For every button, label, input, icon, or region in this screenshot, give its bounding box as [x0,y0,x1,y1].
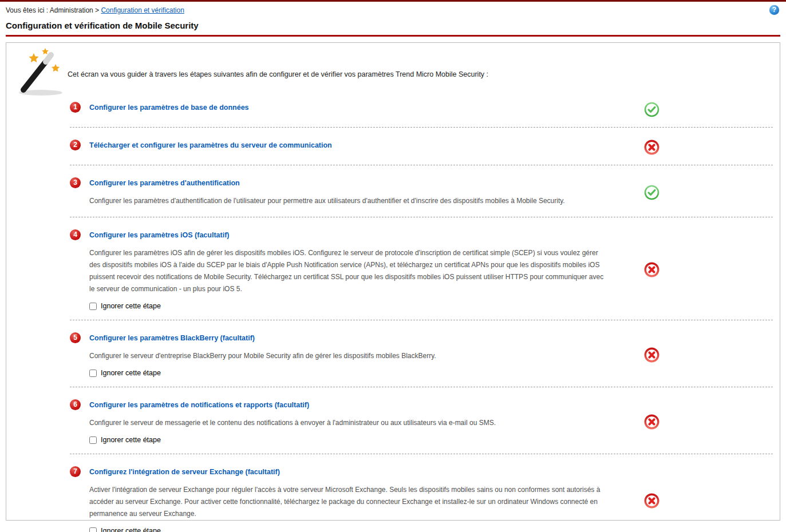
step-title-link[interactable]: Configurer les paramètres de notificatio… [89,401,309,409]
step-row: 7 Configurez l'intégration de serveur Ex… [70,454,773,532]
step-content: Configurer les paramètres d'authentifica… [89,177,644,207]
step-description: Configurer les paramètres d'authentifica… [89,195,644,207]
wizard-panel: Cet écran va vous guider à travers les é… [6,42,780,521]
step-row: 1 Configurer les paramètres de base de d… [70,90,773,128]
step-description: Configurer les paramètres iOS afin de gé… [89,247,644,295]
step-title-link[interactable]: Télécharger et configurer les paramètres… [89,141,332,149]
skip-step-label: Ignorer cette étape [101,369,161,377]
success-icon [644,102,659,117]
step-content: Configurer les paramètres de base de don… [89,102,644,112]
step-description: Configurer le serveur d'entreprise Black… [89,350,644,362]
step-content: Configurer les paramètres de notificatio… [89,399,644,444]
step-title-link[interactable]: Configurer les paramètres de base de don… [89,104,249,112]
success-icon [644,185,659,200]
step-number-badge: 1 [70,102,81,113]
step-description: Configurer le serveur de messagerie et l… [89,417,644,429]
step-title-link[interactable]: Configurer les paramètres BlackBerry (fa… [89,334,255,342]
step-title-link[interactable]: Configurer les paramètres d'authentifica… [89,179,240,187]
error-icon [644,493,659,509]
skip-step-row: Ignorer cette étape [89,527,644,532]
step-content: Configurer les paramètres BlackBerry (fa… [89,332,644,377]
breadcrumb-link-configuration[interactable]: Configuration et vérification [101,6,184,14]
page-title: Configuration et vérification de Mobile … [6,21,780,30]
skip-step-row: Ignorer cette étape [89,302,644,310]
skip-step-row: Ignorer cette étape [89,369,644,377]
step-row: 5 Configurer les paramètres BlackBerry (… [70,320,773,387]
step-status [644,140,773,155]
error-icon [644,140,659,155]
step-number-badge: 6 [70,399,81,410]
breadcrumb-prefix: Vous êtes ici : Administration > [6,6,101,14]
step-row: 6 Configurer les paramètres de notificat… [70,387,773,454]
step-number-badge: 2 [70,140,81,150]
step-status [644,102,773,117]
step-status [644,414,773,430]
skip-step-checkbox[interactable] [89,370,97,377]
magic-wand-icon [13,47,64,99]
breadcrumb: Vous êtes ici : Administration > Configu… [6,6,184,14]
step-description: Activer l'intégration de serveur Exchang… [89,484,644,520]
step-row: 2 Télécharger et configurer les paramètr… [70,128,773,165]
intro-text: Cet écran va vous guider à travers les é… [68,70,648,78]
skip-step-row: Ignorer cette étape [89,436,644,444]
skip-step-label: Ignorer cette étape [101,436,161,444]
step-status [644,185,773,200]
skip-step-checkbox[interactable] [89,436,97,444]
breadcrumb-row: Vous êtes ici : Administration > Configu… [0,2,786,17]
step-number-badge: 3 [70,177,81,188]
step-status [644,347,773,363]
error-icon [644,347,659,363]
step-number-badge: 4 [70,229,81,240]
error-icon [644,262,659,277]
error-icon [644,414,659,430]
skip-step-label: Ignorer cette étape [101,527,161,532]
step-title-link[interactable]: Configurez l'intégration de serveur Exch… [89,468,280,476]
step-title-link[interactable]: Configurer les paramètres iOS (facultati… [89,231,230,239]
skip-step-checkbox[interactable] [89,303,97,310]
skip-step-label: Ignorer cette étape [101,302,161,310]
step-number-badge: 7 [70,466,81,477]
help-icon[interactable]: ? [769,5,779,15]
step-number-badge: 5 [70,332,81,343]
step-content: Configurer les paramètres iOS (facultati… [89,229,644,310]
step-status [644,262,773,277]
step-row: 3 Configurer les paramètres d'authentifi… [70,165,773,217]
step-row: 4 Configurer les paramètres iOS (faculta… [70,217,773,320]
steps-list: 1 Configurer les paramètres de base de d… [70,90,773,532]
skip-step-checkbox[interactable] [89,527,97,532]
step-status [644,493,773,509]
step-content: Télécharger et configurer les paramètres… [89,140,644,150]
title-divider [6,35,780,37]
step-content: Configurez l'intégration de serveur Exch… [89,466,644,532]
